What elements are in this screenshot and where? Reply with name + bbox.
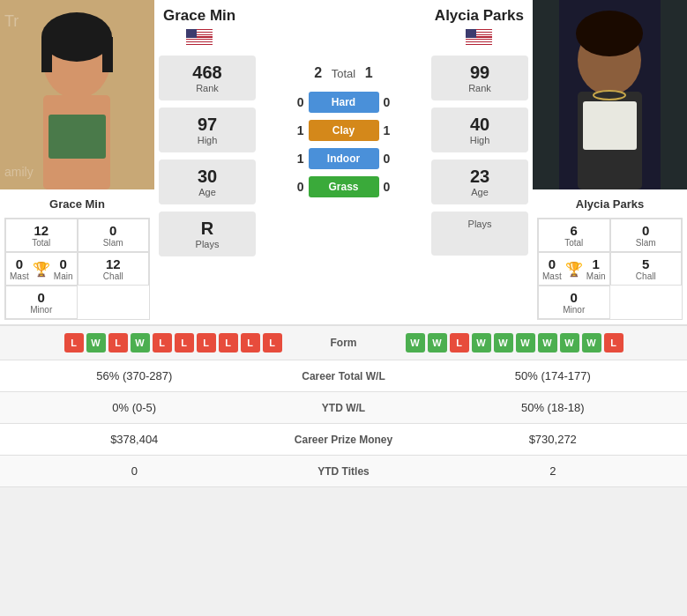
right-rank-value: 99	[449, 63, 511, 83]
trophy-icon-left: 🏆	[33, 261, 50, 278]
left-age-value: 30	[176, 167, 238, 187]
trophy-icon-right: 🏆	[565, 261, 583, 278]
left-age-label: Age	[176, 187, 238, 197]
career-total-row: 56% (370-287) Career Total W/L 50% (174-…	[0, 360, 687, 392]
hard-right-score: 0	[384, 95, 401, 109]
right-main-value: 1	[586, 256, 606, 271]
left-rank-label: Rank	[176, 83, 238, 93]
svg-rect-13	[583, 101, 637, 150]
grass-right-score: 0	[384, 180, 401, 194]
total-right-score: 1	[360, 65, 377, 81]
left-minor-label: Minor	[8, 305, 75, 315]
svg-rect-6	[49, 115, 106, 159]
right-chall-label: Chall	[613, 271, 680, 281]
form-badge-right: W	[516, 333, 535, 353]
left-high-value: 97	[176, 115, 238, 135]
left-rank-box: 468 Rank	[159, 56, 256, 100]
ytd-wl-row: 0% (0-5) YTD W/L 50% (18-18)	[0, 392, 687, 424]
form-badge-left: L	[197, 333, 216, 353]
surface-row-grass: 0 Grass 0	[287, 176, 401, 197]
surfaces-panel: 2 Total 1 0 Hard 0 1 Clay 1	[256, 52, 431, 201]
right-high-box: 40 High	[431, 108, 528, 152]
left-player-photo: Tr amily	[0, 0, 154, 193]
left-chall-value: 12	[80, 256, 147, 271]
right-high-label: High	[449, 135, 511, 145]
ytd-titles-label: YTD Titles	[256, 465, 432, 478]
form-badge-left: L	[263, 333, 282, 353]
left-mast-value: 0	[10, 256, 29, 271]
left-rank-value: 468	[176, 63, 238, 83]
left-plays-label: Plays	[176, 239, 238, 249]
left-slam-value: 0	[80, 223, 147, 238]
left-high-label: High	[176, 135, 238, 145]
right-chall-value: 5	[613, 256, 680, 271]
indoor-right-score: 0	[384, 152, 401, 166]
left-slam-cell: 0 Slam	[78, 219, 150, 252]
left-flag	[186, 29, 213, 45]
left-name-block: Grace Min	[163, 7, 235, 48]
indoor-left-score: 1	[287, 152, 304, 166]
right-rank-box: 99 Rank	[431, 56, 528, 100]
clay-surface-btn[interactable]: Clay	[309, 120, 379, 141]
left-player-column: Tr amily Grace Min 12 Total 0 Slam	[0, 0, 154, 324]
ytd-titles-row: 0 YTD Titles 2	[0, 456, 687, 487]
right-player-info: Alycia Parks 6 Total 0 Slam 0 Mast	[533, 193, 687, 324]
left-player-name-label: Grace Min	[49, 197, 105, 211]
form-badge-left: L	[241, 333, 260, 353]
career-total-left: 56% (370-287)	[13, 369, 256, 382]
left-main-value: 0	[54, 256, 73, 271]
right-total-cell: 6 Total	[538, 219, 610, 252]
right-mast-value: 0	[542, 256, 562, 271]
left-player-info: Grace Min 12 Total 0 Slam 0 Mast	[0, 193, 154, 324]
left-player-stats-grid: 12 Total 0 Slam 0 Mast 🏆 0	[4, 218, 150, 320]
indoor-surface-btn[interactable]: Indoor	[309, 148, 379, 169]
ytd-wl-left: 0% (0-5)	[13, 401, 256, 414]
prize-money-right: $730,272	[432, 433, 675, 446]
form-badge-left: L	[64, 333, 84, 353]
right-total-label: Total	[541, 238, 608, 248]
hard-surface-btn[interactable]: Hard	[309, 92, 379, 113]
right-slam-value: 0	[613, 223, 680, 238]
right-age-value: 23	[449, 167, 511, 187]
svg-point-12	[576, 11, 643, 56]
clay-left-score: 1	[287, 123, 304, 137]
main-container: Tr amily Grace Min 12 Total 0 Slam	[0, 0, 687, 487]
left-age-box: 30 Age	[159, 160, 256, 204]
left-minor-cell: 0 Minor	[5, 286, 78, 319]
left-total-value: 12	[8, 223, 75, 238]
form-badge-right: W	[494, 333, 513, 353]
ytd-wl-label: YTD W/L	[256, 402, 432, 414]
right-age-label: Age	[449, 187, 511, 197]
form-badge-right: W	[560, 333, 579, 353]
right-player-name-label: Alycia Parks	[576, 197, 644, 211]
ytd-wl-right: 50% (18-18)	[432, 401, 675, 414]
surface-row-clay: 1 Clay 1	[287, 120, 401, 141]
left-high-box: 97 High	[159, 108, 256, 152]
right-mast-main-cell: 0 Mast 🏆 1 Main	[538, 252, 610, 286]
form-badge-left: L	[219, 333, 238, 353]
form-badge-left: W	[131, 333, 150, 353]
left-plays-value: R	[176, 219, 238, 239]
form-row: LWLWLLLLLL Form WWLWWWWWWL	[0, 326, 687, 360]
form-badge-right: W	[428, 333, 447, 353]
svg-rect-5	[102, 37, 113, 72]
right-slam-label: Slam	[613, 238, 680, 248]
form-label: Form	[300, 337, 388, 349]
left-slam-label: Slam	[80, 238, 147, 248]
top-section: Tr amily Grace Min 12 Total 0 Slam	[0, 0, 687, 324]
form-badge-left: L	[175, 333, 194, 353]
clay-right-score: 1	[384, 123, 401, 137]
total-left-score: 2	[310, 65, 327, 81]
career-total-label: Career Total W/L	[256, 370, 432, 382]
grass-surface-btn[interactable]: Grass	[309, 176, 379, 197]
form-badge-left: L	[108, 333, 128, 353]
right-high-value: 40	[449, 115, 511, 135]
right-flag	[466, 29, 492, 45]
right-player-title: Alycia Parks	[435, 7, 524, 25]
form-badge-left: L	[153, 333, 172, 353]
left-mast-label: Mast	[10, 271, 29, 281]
right-player-photo	[533, 0, 687, 193]
career-total-right: 50% (174-177)	[432, 369, 675, 382]
left-main-label: Main	[54, 271, 73, 281]
right-mast-label: Mast	[542, 271, 562, 281]
